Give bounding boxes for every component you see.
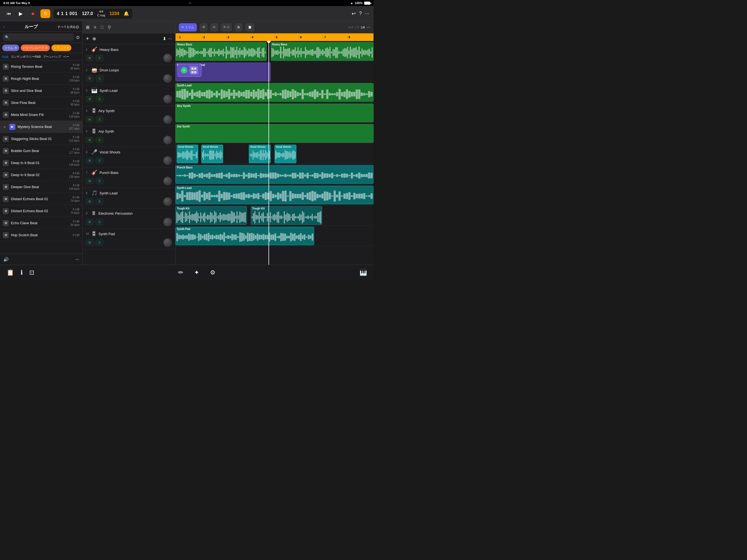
filter-tag-drums[interactable]: ドラム ✕ (2, 45, 19, 51)
bottom-info[interactable]: ℹ (21, 269, 23, 276)
track-row-6[interactable]: 6 🎤 Vocal Shouts M S (83, 147, 175, 167)
timeline-track-7[interactable]: Punch Bass (176, 164, 374, 184)
loop-item-1[interactable]: ⊞ Rough Night Beat 2小節 139 bpm (0, 73, 82, 85)
solo-button-2[interactable]: S (96, 75, 103, 81)
clip-punch-bass[interactable]: Punch Bass (176, 165, 374, 184)
timeline-track-5[interactable]: Arp Synth (176, 123, 374, 144)
genre-rnb[interactable]: R&B (2, 54, 8, 59)
loop-browser-clear[interactable]: すべてを消去 (57, 25, 75, 29)
filter-tag-trap[interactable]: トラップ ✕ (51, 45, 71, 51)
view-square-button[interactable]: □ (101, 25, 103, 30)
cycle-button[interactable]: ↻ (41, 9, 50, 18)
view-list-button[interactable]: ≡ (94, 25, 96, 30)
paste-tool-button[interactable]: 📋 (245, 23, 255, 31)
loop-item-4[interactable]: ⊞ Meta Mind Snare Fill 2小節 139 bpm (0, 109, 82, 121)
loop-item-14[interactable]: ⊞ Hop Scotch Beat 4小節 (0, 229, 82, 241)
track-row-5[interactable]: 5 🎛 Arp Synth M S (83, 126, 175, 147)
loop-item-6[interactable]: ⊞ Staggering Sticks Beat 01 4小節 123 bpm (0, 133, 82, 145)
loop-item-13[interactable]: ⊞ Echo Clave Beat 4小節 84 bpm (0, 217, 82, 229)
timeline-track-9[interactable]: Tough Kit Tough Kit (176, 205, 374, 226)
filter-tag-pattern[interactable]: パターンループ ✕ (21, 45, 50, 51)
bottom-piano[interactable]: 🎹 (360, 269, 367, 276)
track-settings-button[interactable]: ⬇ (163, 36, 166, 41)
metronome-icon[interactable]: 🔔 (124, 11, 129, 16)
loop-popup[interactable]: + (177, 64, 202, 77)
track-volume-2[interactable] (163, 74, 172, 83)
more-button[interactable]: ··· (365, 11, 369, 17)
track-row-3[interactable]: 3 🎹 Synth Lead M S (83, 85, 175, 106)
filter-tag-trap-close[interactable]: ✕ (67, 46, 69, 50)
solo-button-5[interactable]: S (96, 137, 103, 143)
genre-contemporary[interactable]: コンテンポラリーR&B (11, 54, 41, 59)
timeline-ruler[interactable]: 1 2 3 4 5 6 7 8 (176, 33, 374, 41)
timeline-track-10[interactable]: Synth Pad (176, 226, 374, 246)
track-volume-9[interactable] (163, 218, 172, 226)
genre-other[interactable]: ベー (63, 54, 69, 59)
mute-button-10[interactable]: M (86, 239, 94, 246)
mute-button-7[interactable]: M (86, 178, 94, 184)
filter-tag-pattern-close[interactable]: ✕ (45, 46, 48, 50)
filter-button[interactable]: ⊙ (76, 35, 80, 40)
clip-vocal-4[interactable]: Vocal Shouts (275, 145, 297, 163)
solo-button-9[interactable]: S (96, 219, 103, 225)
clip-arp-synth[interactable]: Arp Synth (176, 124, 374, 143)
search-input[interactable]: 🔍 (3, 33, 74, 41)
mute-button-1[interactable]: M (86, 55, 94, 61)
solo-button-6[interactable]: S (96, 157, 103, 163)
track-volume-1[interactable] (163, 54, 172, 62)
view-grid-button[interactable]: ⊞ (86, 25, 89, 30)
timeline-track-3[interactable]: Synth Lead (176, 82, 374, 103)
timeline-track-4[interactable]: Airy Synth (176, 103, 374, 123)
timeline-track-8[interactable]: Synth Lead (176, 184, 374, 205)
track-row-10[interactable]: 10 🎛 Synth Pad M S (83, 229, 175, 249)
loop-item-3[interactable]: ⊞ Slow Flow Beat 4小節 95 bpm (0, 97, 82, 109)
track-volume-8[interactable] (163, 197, 172, 206)
loop-tool-button[interactable]: ↺ (200, 23, 208, 31)
bottom-pencil[interactable]: ✏ (178, 269, 183, 276)
clip-synth-pad[interactable]: Synth Pad (176, 227, 314, 245)
back-button[interactable]: ⏮ (4, 9, 13, 18)
solo-button-10[interactable]: S (96, 239, 103, 246)
track-volume-5[interactable] (163, 136, 172, 144)
filter-tag-drums-close[interactable]: ✕ (15, 46, 17, 50)
loop-item-9[interactable]: ⊞ Deep In It Beat 02 4小節 130 bpm (0, 169, 82, 181)
clip-tough-kit-2[interactable]: Tough Kit (251, 206, 322, 225)
mute-button-8[interactable]: M (86, 199, 94, 205)
clip-vocal-1[interactable]: Vocal Shouts (177, 145, 199, 163)
play-button[interactable]: ▶ (17, 9, 25, 18)
track-row-1[interactable]: 1 🎸 Heavy Bass M S (83, 44, 175, 65)
track-row-9[interactable]: 9 🎚 Electronic Percussion M S (83, 208, 175, 229)
popup-add-button[interactable]: + (181, 67, 187, 74)
track-more-button[interactable]: ··· (169, 36, 172, 41)
track-volume-6[interactable] (163, 156, 172, 165)
clip-heavy-bass-1[interactable]: Heavy Bass (176, 42, 266, 61)
loop-item-12[interactable]: ⊞ Distant Echoes Beat 02 4小節 74 bpm (0, 205, 82, 217)
loop-item-2[interactable]: ⊞ Slice and Dice Beat 4小節 98 bpm (0, 85, 82, 97)
split-tool-button[interactable]: ⊢⊣ (221, 23, 232, 31)
solo-button-4[interactable]: S (96, 117, 103, 123)
solo-button-8[interactable]: S (96, 199, 103, 205)
copy-tool-button[interactable]: ⊞ (235, 23, 242, 31)
mute-button-6[interactable]: M (86, 157, 94, 163)
timeline-more-button[interactable]: ··· (367, 25, 370, 30)
loop-item-10[interactable]: ⊞ Deeper Dive Beat 4小節 139 bpm (0, 181, 82, 193)
timeline-tracks[interactable]: Heavy Bass Heavy Bass Mystery Science Be… (176, 41, 374, 265)
view-edit-button[interactable]: ⚲ (108, 25, 111, 30)
mute-button-4[interactable]: M (86, 117, 94, 123)
loop-item-8[interactable]: ⊞ Deep In It Beat 01 4小節 130 bpm (0, 157, 82, 169)
trim-tool-button[interactable]: ✂ トリム (179, 23, 197, 31)
mute-button-3[interactable]: M (86, 96, 94, 102)
clip-synth-lead[interactable]: Synth Lead (176, 83, 374, 102)
timeline-track-6[interactable]: Vocal Shouts Vocal Shouts Vocal Shouts V… (176, 144, 374, 164)
cut-tool-button[interactable]: ✂ (210, 23, 218, 31)
clip-heavy-bass-2[interactable]: Heavy Bass (271, 42, 374, 61)
clip-vocal-2[interactable]: Vocal Shouts (201, 145, 223, 163)
clip-airy-synth[interactable]: Airy Synth (176, 104, 374, 122)
track-row-2[interactable]: 2 🥁 Drum Loops M S (83, 65, 175, 85)
track-row-8[interactable]: 8 🎵 Synth Lead M S (83, 188, 175, 208)
bottom-brightness[interactable]: ✦ (194, 269, 199, 276)
solo-button-7[interactable]: S (96, 178, 103, 184)
bottom-settings[interactable]: ⚙ (210, 269, 215, 276)
loop-item-0[interactable]: ⊞ Rising Tension Beat 4小節 85 bpm (0, 61, 82, 73)
solo-button-1[interactable]: S (96, 55, 103, 61)
